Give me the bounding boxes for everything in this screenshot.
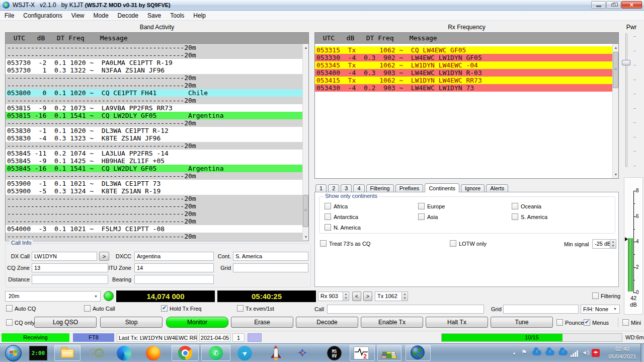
checkbox-box[interactable] bbox=[584, 319, 590, 326]
menu-save[interactable]: Save bbox=[143, 11, 166, 21]
tab-alerts[interactable]: Alerts bbox=[486, 184, 508, 192]
tray-cloud-upload-icon[interactable] bbox=[558, 350, 568, 355]
tab-1[interactable]: 1 bbox=[315, 184, 327, 192]
checkbox-box[interactable] bbox=[237, 305, 244, 312]
checkbox-box[interactable] bbox=[512, 203, 518, 209]
pounce-checkbox[interactable]: Pounce bbox=[556, 319, 584, 326]
band-select[interactable]: 20m ▼ bbox=[5, 291, 101, 302]
checkbox-box[interactable] bbox=[320, 240, 327, 247]
decode-row[interactable]: 053730 1 0.3 1322 ~ N3FAA ZS1AN JF96 bbox=[6, 66, 302, 74]
period-separator-row[interactable]: ----------------------------------------… bbox=[6, 218, 302, 225]
erase-button[interactable]: Erase bbox=[231, 317, 293, 328]
mini-checkbox[interactable]: Mini bbox=[622, 319, 641, 326]
continent-oceania-checkbox[interactable]: Oceania bbox=[512, 203, 541, 209]
tray-network-signal-icon[interactable] bbox=[571, 350, 580, 357]
gridtracker-app-icon[interactable] bbox=[381, 352, 397, 358]
decode-row[interactable]: 053330 -4 0.3 902 ~ LW4EWC LW1DYN GF05 bbox=[315, 54, 612, 61]
tune-button[interactable]: Tune bbox=[491, 317, 553, 328]
continent-asia-checkbox[interactable]: Asia bbox=[418, 213, 438, 220]
tab-continents[interactable]: Continents bbox=[425, 183, 459, 192]
spinner-arrows-icon[interactable]: ▲▼ bbox=[401, 292, 408, 301]
continent-n-america-checkbox[interactable]: N. America bbox=[325, 224, 361, 231]
cq-only-checkbox[interactable]: CQ only bbox=[6, 319, 35, 326]
menu-mode[interactable]: Mode bbox=[89, 11, 113, 21]
tx-even-checkbox[interactable]: Tx even/1st bbox=[237, 305, 274, 312]
scroll-up-icon[interactable]: ▲ bbox=[303, 44, 308, 51]
decode-row[interactable]: 053845 -11 0.2 1074 ~ LA3LUA PP2FRS -14 bbox=[6, 150, 302, 157]
show-desktop-button[interactable] bbox=[640, 344, 644, 362]
tray-flag-icon[interactable]: ⚑ bbox=[521, 348, 527, 356]
digital-clock-app-icon[interactable]: 2:00 bbox=[29, 346, 47, 360]
tray-cloud-upload-icon[interactable] bbox=[545, 350, 554, 355]
decode-row[interactable]: 053315 Tx 1062 ~ CQ LW4EWC GF05 bbox=[315, 46, 612, 54]
checkbox-box[interactable] bbox=[592, 293, 599, 299]
period-separator-row[interactable]: ----------------------------------------… bbox=[6, 202, 302, 210]
filtering-checkbox[interactable]: Filtering bbox=[592, 293, 620, 299]
checkbox-box[interactable] bbox=[418, 213, 425, 220]
decode-row[interactable]: 053430 -4 0.2 903 ~ LW4EWC LW1DYN 73 bbox=[315, 84, 612, 92]
auto-cq-checkbox[interactable]: Auto CQ bbox=[6, 305, 36, 312]
close-button[interactable]: ✕ bbox=[621, 1, 642, 9]
rings-app-icon[interactable] bbox=[95, 348, 104, 357]
tab-ignore[interactable]: Ignore bbox=[461, 184, 485, 192]
menu-view[interactable]: View bbox=[67, 11, 89, 21]
scrollbar-thumb[interactable] bbox=[303, 195, 308, 227]
scroll-up-icon[interactable]: ▲ bbox=[613, 44, 618, 51]
menu-tools[interactable]: Tools bbox=[166, 11, 189, 21]
spinner-arrows-icon[interactable]: ▲▼ bbox=[610, 240, 616, 248]
whatsapp-icon[interactable]: ✆ bbox=[209, 346, 223, 360]
tab-3[interactable]: 3 bbox=[341, 184, 352, 192]
decode-button[interactable]: Decode bbox=[296, 317, 358, 328]
enable-tx-button[interactable]: Enable Tx bbox=[361, 317, 423, 328]
file-explorer-icon[interactable] bbox=[61, 349, 74, 358]
period-separator-row[interactable]: ----------------------------------------… bbox=[6, 233, 302, 240]
checkbox-box[interactable] bbox=[161, 305, 168, 312]
telegram-icon[interactable]: ➤ bbox=[237, 346, 252, 360]
pwr-slider[interactable] bbox=[625, 33, 627, 167]
decode-row[interactable]: 053845 -16 0.1 1541 ~ CQ LW2DLY GF05 Arg… bbox=[6, 165, 302, 172]
period-separator-row[interactable]: ----------------------------------------… bbox=[6, 210, 302, 218]
menu-help[interactable]: Help bbox=[189, 11, 210, 21]
tray-volume-icon[interactable]: ◄)) bbox=[582, 349, 589, 355]
treat-73s-as-cq-checkbox[interactable]: Treat 73's as CQ bbox=[320, 240, 370, 247]
pwr-slider-handle[interactable] bbox=[622, 60, 630, 65]
bearing-field[interactable] bbox=[134, 275, 214, 284]
cont-field[interactable]: S. America bbox=[233, 252, 308, 261]
checkbox-box[interactable] bbox=[6, 305, 13, 312]
tray-expand-icon[interactable]: ▲ bbox=[512, 351, 516, 355]
cq-zone-field[interactable]: 13 bbox=[32, 263, 108, 272]
decode-row[interactable]: 053345 Tx 1062 ~ LW1DYN LW4EWC -04 bbox=[315, 61, 612, 69]
band-activity-scrollbar[interactable]: ▲ ▼ bbox=[302, 44, 308, 241]
checkbox-box[interactable] bbox=[325, 213, 331, 220]
grid-field[interactable] bbox=[233, 263, 308, 272]
menus-checkbox[interactable]: Menus bbox=[584, 319, 609, 326]
continent-s-america-checkbox[interactable]: S. America bbox=[512, 213, 547, 220]
menu-file[interactable]: File bbox=[0, 11, 19, 21]
tx-offset-spinbox[interactable]: Tx 1062 ▲▼ bbox=[375, 292, 408, 301]
log4om-app-icon[interactable]: 2 bbox=[354, 346, 369, 359]
decode-row[interactable]: 053800 0 0.1 1020 ~ CQ CE1PTT FH41 Chile bbox=[6, 89, 302, 97]
decode-row[interactable]: 053815 -16 0.1 1541 ~ CQ LW2DLY GF05 Arg… bbox=[6, 112, 302, 119]
rx-frequency-scrollbar[interactable]: ▲ ▼ bbox=[612, 44, 618, 178]
checkbox-box[interactable] bbox=[6, 319, 13, 326]
decode-row[interactable]: 053830 -1 0.1 1020 ~ DL3WA CE1PTT R-12 bbox=[6, 127, 302, 134]
chrome-browser-icon[interactable] bbox=[178, 346, 192, 360]
decode-row[interactable]: 053415 Tx 1062 ~ LW1DYN LW4EWC RR73 bbox=[315, 77, 612, 84]
checkbox-box[interactable] bbox=[512, 213, 518, 220]
tray-cloud-upload-icon[interactable] bbox=[532, 350, 541, 355]
period-separator-row[interactable]: ----------------------------------------… bbox=[6, 82, 302, 89]
period-separator-row[interactable]: ----------------------------------------… bbox=[6, 142, 302, 150]
decode-row[interactable]: 053400 -4 0.3 903 ~ LW4EWC LW1DYN R-03 bbox=[315, 69, 612, 77]
spinner-arrows-icon[interactable]: ▲▼ bbox=[343, 292, 349, 301]
decode-row[interactable]: 054000 -3 0.1 1021 ~ F5LMJ CE1PTT -08 bbox=[6, 225, 302, 233]
tab-filtering[interactable]: Filtering bbox=[366, 184, 394, 192]
checkbox-box[interactable] bbox=[325, 203, 331, 209]
checkbox-box[interactable] bbox=[556, 319, 563, 326]
decode-row[interactable]: 053845 -9 0.1 1425 ~ HB9HAE ZL1IF +05 bbox=[6, 157, 302, 165]
compass-star-app-icon[interactable]: ✦ bbox=[294, 345, 310, 361]
tray-avira-icon[interactable]: ☂ bbox=[592, 349, 600, 357]
tx-to-rx-right-button[interactable]: > bbox=[363, 292, 372, 301]
dx-call-lookup-button[interactable]: > bbox=[99, 252, 109, 261]
mshv-app-icon[interactable]: MSHV bbox=[327, 346, 342, 360]
period-separator-row[interactable]: ----------------------------------------… bbox=[6, 119, 302, 127]
